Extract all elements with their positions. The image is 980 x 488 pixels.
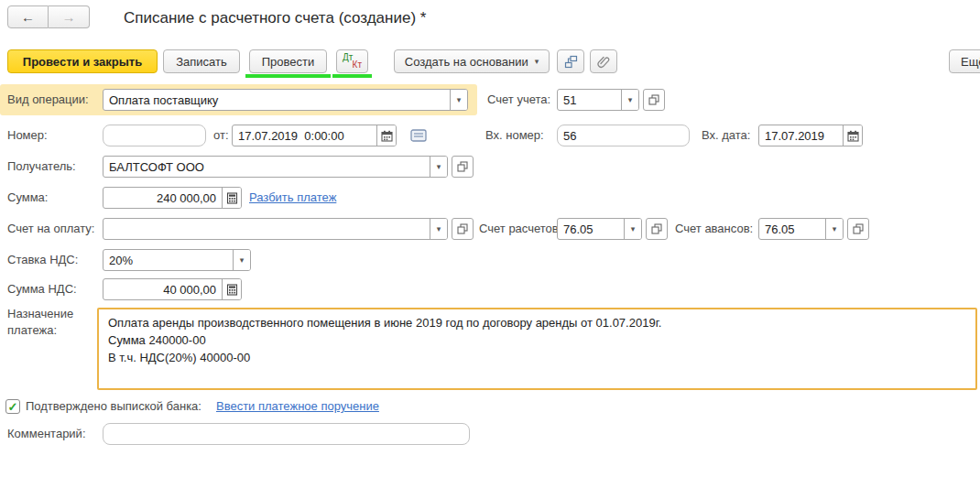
chevron-down-icon: ▾: [628, 95, 633, 104]
number-input[interactable]: [103, 125, 205, 146]
accounting-account-input[interactable]: [558, 90, 621, 110]
invoice-select[interactable]: ▾: [103, 218, 448, 240]
advance-account-label: Счет авансов:: [675, 218, 753, 240]
open-icon: [853, 223, 864, 234]
invoice-input[interactable]: [103, 219, 430, 239]
settlement-account-input[interactable]: [558, 219, 624, 239]
chevron-down-icon: ▾: [240, 255, 245, 265]
vat-amount-calculator-button[interactable]: [222, 279, 241, 299]
accounting-account-select[interactable]: ▾: [557, 89, 639, 111]
post-and-close-button[interactable]: Провести и закрыть: [7, 49, 158, 73]
vat-amount-field[interactable]: [103, 278, 242, 300]
check-icon: ✓: [8, 400, 18, 414]
operation-input[interactable]: [103, 90, 450, 110]
payee-dropdown-button[interactable]: ▾: [430, 157, 447, 177]
attachments-button[interactable]: [590, 49, 617, 73]
document-window: ← → Списание с расчетного счета (создани…: [0, 0, 980, 488]
dtkt-postings-button[interactable]: Дт Кт: [336, 49, 368, 73]
amount-label: Сумма:: [7, 187, 48, 209]
incoming-date-field[interactable]: [758, 125, 863, 146]
purpose-textarea[interactable]: Оплата аренды производственного помещени…: [97, 308, 977, 390]
settlement-account-select[interactable]: ▾: [557, 218, 642, 240]
date-label: от:: [213, 125, 229, 146]
chevron-down-icon: ▾: [833, 224, 837, 233]
advance-account-input[interactable]: [759, 219, 825, 239]
chevron-down-icon: ▾: [457, 95, 462, 104]
comment-label: Комментарий:: [7, 423, 86, 445]
number-label: Номер:: [7, 125, 48, 146]
date-calendar-button[interactable]: [376, 125, 396, 146]
operation-dropdown-button[interactable]: ▾: [450, 90, 467, 110]
create-based-on-button[interactable]: Создать на основании ▾: [394, 49, 550, 73]
kt-icon: Кт: [353, 60, 362, 70]
forward-arrow-icon: →: [62, 9, 76, 25]
amount-calculator-button[interactable]: [222, 188, 241, 208]
invoice-label: Счет на оплату:: [7, 218, 94, 240]
incoming-date-calendar-button[interactable]: [843, 125, 862, 146]
chevron-down-icon: ▾: [437, 224, 441, 233]
open-icon: [648, 94, 659, 105]
accounting-account-open-button[interactable]: [643, 89, 665, 111]
vat-rate-dropdown-button[interactable]: ▾: [233, 250, 250, 270]
calculator-icon: [226, 192, 238, 204]
payee-select[interactable]: ▾: [103, 156, 448, 178]
invoice-open-button[interactable]: [452, 218, 474, 240]
payee-open-button[interactable]: [452, 156, 474, 178]
vat-rate-label: Ставка НДС:: [7, 249, 78, 271]
document-list-icon[interactable]: [410, 129, 427, 142]
more-button[interactable]: Ещё: [949, 49, 980, 73]
calendar-icon: [847, 130, 859, 142]
incoming-number-field[interactable]: [557, 125, 690, 146]
chevron-down-icon: ▾: [631, 224, 636, 233]
open-icon: [457, 223, 468, 234]
comment-field[interactable]: [103, 423, 470, 445]
nav-history: ← →: [7, 5, 90, 28]
related-documents-button[interactable]: [557, 49, 584, 73]
vat-rate-select[interactable]: ▾: [103, 249, 251, 271]
paperclip-icon: [597, 55, 611, 69]
calculator-icon: [226, 284, 238, 296]
save-button[interactable]: Записать: [163, 49, 240, 73]
vat-amount-label: Сумма НДС:: [7, 278, 77, 300]
number-field[interactable]: [103, 125, 206, 146]
vat-amount-input[interactable]: [103, 279, 222, 299]
dtkt-button-highlight: [332, 74, 372, 78]
incoming-date-input[interactable]: [759, 125, 843, 146]
amount-field[interactable]: [103, 187, 242, 209]
payee-label: Получатель:: [7, 156, 76, 178]
vat-rate-input[interactable]: [103, 250, 233, 270]
bank-confirmed-checkbox[interactable]: ✓: [5, 399, 20, 414]
payee-input[interactable]: [103, 157, 430, 177]
accounting-account-dropdown-button[interactable]: ▾: [621, 90, 638, 110]
amount-input[interactable]: [103, 188, 222, 208]
date-input[interactable]: [233, 125, 376, 146]
advance-account-dropdown-button[interactable]: ▾: [825, 219, 843, 239]
settlement-account-open-button[interactable]: [646, 218, 668, 240]
invoice-dropdown-button[interactable]: ▾: [430, 219, 447, 239]
create-based-on-label: Создать на основании: [405, 55, 528, 69]
incoming-number-input[interactable]: [558, 125, 689, 146]
page-title: Списание с расчетного счета (создание) *: [124, 9, 426, 27]
forward-button[interactable]: →: [49, 5, 90, 28]
settlement-account-label: Счет расчетов:: [479, 218, 561, 240]
open-icon: [651, 223, 662, 234]
accounting-account-label: Счет учета:: [487, 89, 550, 111]
settlement-account-dropdown-button[interactable]: ▾: [624, 219, 641, 239]
back-button[interactable]: ←: [7, 5, 49, 28]
incoming-number-label: Вх. номер:: [485, 125, 544, 146]
comment-input[interactable]: [103, 424, 469, 444]
advance-account-open-button[interactable]: [847, 218, 869, 240]
date-field[interactable]: [232, 125, 397, 146]
post-button-highlight: [245, 74, 331, 78]
advance-account-select[interactable]: ▾: [758, 218, 844, 240]
split-payment-link[interactable]: Разбить платеж: [249, 190, 336, 204]
chevron-down-icon: ▾: [535, 57, 539, 66]
operation-select[interactable]: ▾: [103, 89, 468, 111]
incoming-date-label: Вх. дата:: [702, 125, 750, 146]
purpose-label: Назначение платежа:: [7, 306, 86, 339]
calendar-icon: [381, 130, 393, 142]
bank-confirmed-label: Подтверждено выпиской банка:: [26, 396, 201, 418]
enter-payment-order-link[interactable]: Ввести платежное поручение: [216, 399, 379, 413]
post-button[interactable]: Провести: [249, 49, 327, 73]
document-structure-icon: [564, 55, 578, 69]
